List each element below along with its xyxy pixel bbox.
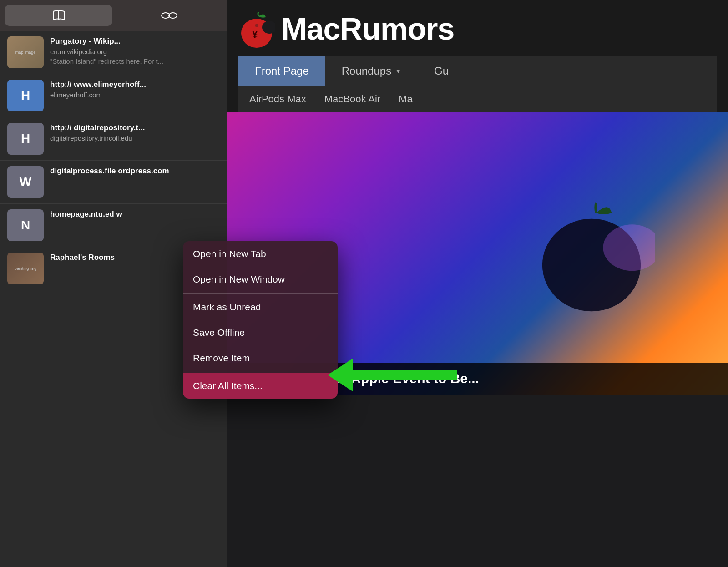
site-title: MacRumors — [281, 11, 454, 46]
arrow-head-icon — [328, 359, 353, 391]
item-title: Purgatory - Wikip... — [50, 36, 220, 46]
green-arrow-indicator — [328, 359, 457, 391]
context-menu-remove-item[interactable]: Remove Item — [183, 345, 338, 371]
list-item[interactable]: map image Purgatory - Wikip... en.m.wiki… — [0, 31, 228, 74]
list-item[interactable]: N homepage.ntu.ed w — [0, 204, 228, 247]
nav-tab-front-page[interactable]: Front Page — [238, 56, 325, 86]
sub-nav: AirPods Max MacBook Air Ma — [238, 86, 717, 112]
tab-history[interactable] — [115, 5, 223, 26]
context-menu-open-new-tab[interactable]: Open in New Tab — [183, 241, 338, 267]
nav-tabs: Front Page Roundups ▼ Gu — [238, 56, 717, 86]
item-desc: "Station Island" redirects here. For t..… — [50, 57, 220, 66]
context-menu-divider — [183, 293, 338, 294]
macrumors-logo-icon: ¥ — [238, 8, 275, 49]
context-menu-mark-unread[interactable]: Mark as Unread — [183, 294, 338, 320]
item-title: http:// digitalrepository.t... — [50, 123, 220, 133]
item-content: http:// www.elimeyerhoff... elimeyerhoff… — [50, 80, 220, 99]
context-menu-clear-all[interactable]: Clear All Items... — [183, 373, 338, 399]
apple-logo-hero-icon — [528, 190, 655, 317]
item-url: digitalrepository.trincoll.edu — [50, 134, 220, 142]
chevron-down-icon: ▼ — [395, 67, 401, 75]
context-menu-save-offline[interactable]: Save Offline — [183, 320, 338, 345]
item-title: homepage.ntu.ed w — [50, 209, 220, 219]
item-title: http:// www.elimeyerhoff... — [50, 80, 220, 90]
item-content: digitalprocess.file ordpress.com — [50, 166, 220, 176]
item-thumbnail: N — [7, 209, 44, 241]
item-thumbnail: map image — [7, 36, 44, 68]
sidebar-tabs — [0, 0, 228, 31]
logo-area: ¥ MacRumors — [238, 8, 717, 56]
macrumors-header: ¥ MacRumors Front Page Roundups ▼ Gu Air… — [228, 0, 728, 112]
item-content: http:// digitalrepository.t... digitalre… — [50, 123, 220, 142]
nav-tab-label: Front Page — [255, 65, 309, 77]
item-thumbnail: W — [7, 166, 44, 198]
item-title: digitalprocess.file ordpress.com — [50, 166, 220, 176]
context-menu-open-new-window[interactable]: Open in New Window — [183, 267, 338, 292]
sub-nav-ma[interactable]: Ma — [399, 93, 413, 105]
list-item[interactable]: H http:// digitalrepository.t... digital… — [0, 117, 228, 161]
nav-tab-label: Roundups — [342, 65, 391, 77]
nav-tab-label: Gu — [434, 65, 449, 77]
item-thumbnail: H — [7, 123, 44, 155]
sub-nav-airpods-max[interactable]: AirPods Max — [249, 93, 306, 105]
item-content: homepage.ntu.ed w — [50, 209, 220, 219]
item-url: elimeyerhoff.com — [50, 91, 220, 99]
context-menu-divider-2 — [183, 372, 338, 372]
list-item[interactable]: H http:// www.elimeyerhoff... elimeyerho… — [0, 74, 228, 117]
list-item[interactable]: W digitalprocess.file ordpress.com — [0, 161, 228, 204]
arrow-body — [353, 370, 457, 380]
nav-tab-guides[interactable]: Gu — [418, 56, 465, 86]
tab-reading-list[interactable] — [5, 5, 112, 26]
item-thumbnail: H — [7, 80, 44, 111]
sub-nav-macbook-air[interactable]: MacBook Air — [324, 93, 381, 105]
item-content: Purgatory - Wikip... en.m.wikipedia.org … — [50, 36, 220, 66]
svg-text:¥: ¥ — [252, 29, 258, 40]
item-thumbnail: painting img — [7, 253, 44, 284]
nav-tab-roundups[interactable]: Roundups ▼ — [325, 56, 418, 86]
item-url: en.m.wikipedia.org — [50, 48, 220, 56]
context-menu: Open in New Tab Open in New Window Mark … — [183, 241, 338, 399]
